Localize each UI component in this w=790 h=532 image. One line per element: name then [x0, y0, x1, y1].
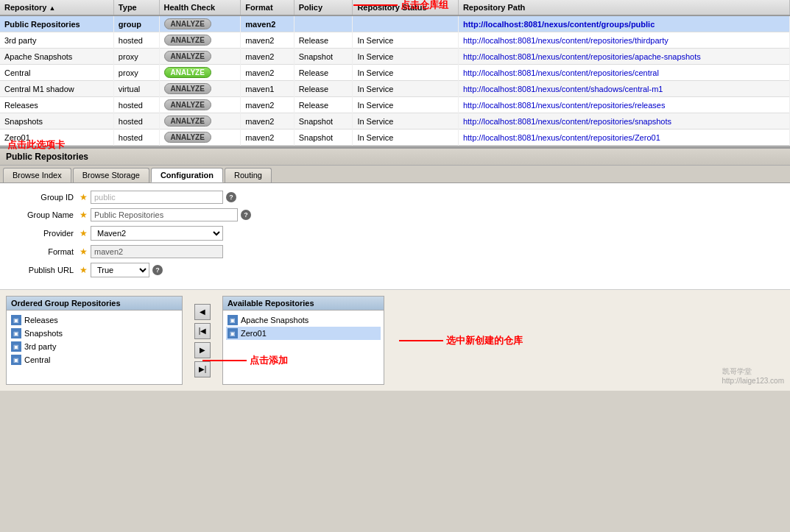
ordered-repo-item[interactable]: ▣Central [10, 353, 179, 366]
repo-policy-cell [294, 15, 353, 32]
table-row[interactable]: Apache Snapshots proxy ANALYZE maven2 Sn… [0, 49, 790, 65]
repo-type-cell: virtual [113, 81, 159, 97]
repo-path-link[interactable]: http://localhost:8081/nexus/content/repo… [463, 68, 659, 77]
repo-item-label: Releases [24, 316, 58, 324]
repo-health-cell[interactable]: ANALYZE [159, 81, 241, 97]
col-type[interactable]: Type [113, 0, 159, 15]
table-header-row: Repository ▲ Type Health Check Format Po… [0, 0, 790, 15]
analyze-button[interactable]: ANALYZE [164, 116, 211, 127]
move-to-available-btn[interactable]: ▶ [194, 342, 211, 358]
publish-url-select[interactable]: True False [91, 263, 149, 277]
repo-path-link[interactable]: http://localhost:8081/nexus/content/repo… [463, 117, 671, 126]
table-row[interactable]: Releases hosted ANALYZE maven2 Release I… [0, 97, 790, 113]
available-repos-list-panel: Available Repositories ▣Apache Snapshots… [222, 296, 384, 385]
repo-name-cell: Central [0, 65, 113, 81]
publish-url-label: Publish URL [6, 266, 80, 274]
col-format[interactable]: Format [241, 0, 294, 15]
col-repository[interactable]: Repository ▲ [0, 0, 113, 15]
table-row[interactable]: Central M1 shadow virtual ANALYZE maven1… [0, 81, 790, 97]
tab-routing[interactable]: Routing [225, 168, 272, 182]
repo-item-label: Snapshots [24, 329, 63, 338]
repo-format-cell: maven2 [241, 130, 294, 146]
table-row[interactable]: Snapshots hosted ANALYZE maven2 Snapshot… [0, 113, 790, 130]
analyze-button[interactable]: ANALYZE [164, 35, 211, 46]
repo-path-link[interactable]: http://localhost:8081/nexus/content/shad… [463, 85, 663, 93]
analyze-button[interactable]: ANALYZE [164, 99, 211, 110]
table-row[interactable]: Zero01 hosted ANALYZE maven2 Snapshot In… [0, 130, 790, 146]
col-health-check[interactable]: Health Check [159, 0, 241, 15]
repo-path-link[interactable]: http://localhost:8081/nexus/content/grou… [463, 20, 655, 29]
analyze-button[interactable]: ANALYZE [164, 83, 211, 94]
page-wrapper: Repository ▲ Type Health Check Format Po… [0, 0, 790, 391]
repo-item-label: Central [24, 355, 50, 364]
repo-path-cell: http://localhost:8081/nexus/content/repo… [458, 49, 789, 65]
ordered-repo-item[interactable]: ▣Snapshots [10, 327, 179, 340]
tab-browse-index[interactable]: Browse Index [3, 168, 71, 182]
repo-health-cell[interactable]: ANALYZE [159, 65, 241, 81]
move-to-ordered-first-btn[interactable]: ◀ [194, 304, 211, 320]
move-to-available-all-btn[interactable]: ▶| [194, 361, 211, 377]
repo-health-cell[interactable]: ANALYZE [159, 130, 241, 146]
annotation-select-new: 选中新创建的仓库 [446, 334, 523, 347]
ordered-repos-content: ▣Releases▣Snapshots▣3rd party▣Central [7, 311, 182, 384]
tab-bar: Browse IndexBrowse StorageConfigurationR… [0, 166, 790, 183]
repo-format-cell: maven2 [241, 65, 294, 81]
analyze-button[interactable]: ANALYZE [164, 132, 211, 143]
tab-browse-storage[interactable]: Browse Storage [73, 168, 149, 182]
repo-type-cell: hosted [113, 32, 159, 49]
publish-url-required: ★ [80, 265, 88, 275]
publish-url-row: Publish URL ★ True False ? [6, 263, 784, 277]
repo-health-cell[interactable]: ANALYZE [159, 49, 241, 65]
move-to-ordered-all-btn[interactable]: |◀ [194, 323, 211, 339]
group-name-row: Group Name ★ ? [6, 208, 784, 221]
table-row[interactable]: Public Repositories group ANALYZE maven2… [0, 15, 790, 32]
publish-url-help-icon[interactable]: ? [152, 265, 163, 275]
col-status[interactable]: Repository Status [353, 0, 459, 15]
group-id-help-icon[interactable]: ? [226, 192, 236, 202]
ordered-repos-panel: Ordered Group Repositories ▣Releases▣Sna… [6, 296, 183, 385]
repo-type-cell: proxy [113, 49, 159, 65]
repo-path-link[interactable]: http://localhost:8081/nexus/content/repo… [463, 101, 666, 110]
repo-type-cell: proxy [113, 65, 159, 81]
repo-item-icon: ▣ [228, 328, 238, 338]
provider-row: Provider ★ Maven2 ? [6, 226, 784, 241]
repo-name-cell: Public Repositories [0, 15, 113, 32]
repo-type-cell: group [113, 15, 159, 32]
main-container: Repository ▲ Type Health Check Format Po… [0, 0, 790, 391]
analyze-button[interactable]: ANALYZE [164, 51, 211, 62]
repo-path-cell: http://localhost:8081/nexus/content/repo… [458, 113, 789, 130]
tab-configuration[interactable]: Configuration [151, 168, 223, 182]
col-path[interactable]: Repository Path [458, 0, 789, 15]
repo-name-cell: Central M1 shadow [0, 81, 113, 97]
repo-status-cell: In Service [353, 65, 459, 81]
table-row[interactable]: Central proxy ANALYZE maven2 Release In … [0, 65, 790, 81]
provider-required: ★ [80, 228, 88, 238]
repo-health-cell[interactable]: ANALYZE [159, 15, 241, 32]
available-repo-item[interactable]: ▣Zero01 [226, 327, 381, 340]
format-required: ★ [80, 247, 88, 257]
repo-table: Repository ▲ Type Health Check Format Po… [0, 0, 790, 146]
repo-path-link[interactable]: http://localhost:8081/nexus/content/repo… [463, 133, 660, 142]
repo-health-cell[interactable]: ANALYZE [159, 32, 241, 49]
repo-path-link[interactable]: http://localhost:8081/nexus/content/repo… [463, 36, 669, 45]
provider-select[interactable]: Maven2 [91, 226, 223, 241]
repo-health-cell[interactable]: ANALYZE [159, 113, 241, 130]
repo-health-cell[interactable]: ANALYZE [159, 97, 241, 113]
repo-path-link[interactable]: http://localhost:8081/nexus/content/repo… [463, 52, 701, 61]
ordered-repos-list-panel: Ordered Group Repositories ▣Releases▣Sna… [6, 296, 183, 385]
available-repo-item[interactable]: ▣Apache Snapshots [226, 313, 381, 327]
col-policy[interactable]: Policy [294, 0, 353, 15]
analyze-button[interactable]: ANALYZE [164, 67, 211, 78]
repo-item-icon: ▣ [228, 315, 238, 325]
arrow-buttons-panel: ◀ |◀ ▶ ▶| [191, 296, 214, 385]
group-name-input[interactable] [91, 208, 238, 221]
ordered-repo-item[interactable]: ▣3rd party [10, 340, 179, 353]
group-name-required: ★ [80, 210, 88, 220]
table-row[interactable]: 3rd party hosted ANALYZE maven2 Release … [0, 32, 790, 49]
group-id-input[interactable] [91, 191, 223, 204]
repo-type-cell: hosted [113, 130, 159, 146]
analyze-button[interactable]: ANALYZE [164, 18, 211, 29]
repo-path-cell: http://localhost:8081/nexus/content/repo… [458, 65, 789, 81]
ordered-repo-item[interactable]: ▣Releases [10, 313, 179, 327]
group-name-help-icon[interactable]: ? [241, 210, 251, 220]
